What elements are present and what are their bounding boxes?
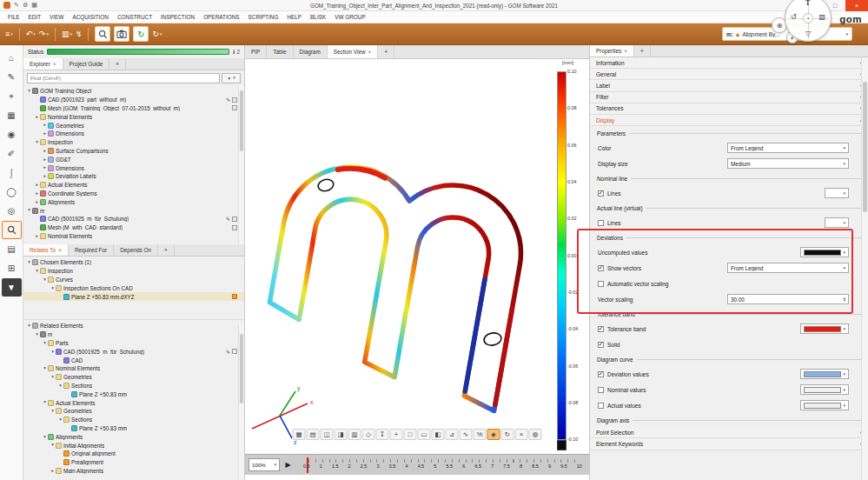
section-tool-button[interactable]: ◨ xyxy=(335,429,348,440)
section-display[interactable]: Display▴ xyxy=(590,115,868,126)
caliper-button[interactable]: ⌡ xyxy=(2,163,22,182)
expander-icon[interactable] xyxy=(50,375,56,379)
section-tolerances[interactable]: Tolerances▾ xyxy=(590,103,868,115)
tab-diagram[interactable]: Diagram xyxy=(294,45,328,58)
menu-blisk[interactable]: BLISK xyxy=(306,14,330,20)
actual-lines-checkbox[interactable] xyxy=(598,220,604,226)
expander-icon[interactable] xyxy=(26,208,32,212)
close-tab-icon[interactable] xyxy=(58,247,62,253)
tree-item[interactable]: Mesh (M_with_CAD_standard) xyxy=(23,223,244,232)
report-button[interactable]: ▥▾ xyxy=(62,30,72,38)
close-tab-icon[interactable] xyxy=(624,48,627,54)
expander-icon[interactable] xyxy=(26,260,32,264)
tree-item[interactable]: m xyxy=(23,206,244,215)
panel-tool-button[interactable]: ▭ xyxy=(418,429,431,440)
expander-icon[interactable] xyxy=(50,409,56,413)
table-rail-button[interactable]: ⊞ xyxy=(2,259,22,277)
expander-icon[interactable] xyxy=(57,383,63,388)
vector-color-combo[interactable]: From Legend▾ xyxy=(727,263,849,273)
search-button[interactable] xyxy=(95,26,110,42)
tolerance-band-color-picker[interactable]: ▾ xyxy=(800,323,849,334)
home-button[interactable]: ⌂ xyxy=(2,49,22,67)
expander-icon[interactable] xyxy=(34,269,40,273)
expander-icon[interactable] xyxy=(34,234,40,238)
percent-tool-button[interactable]: % xyxy=(474,429,487,440)
tree-item[interactable]: Sections xyxy=(23,416,244,424)
tree-scrollbar[interactable] xyxy=(238,85,244,244)
tree-item[interactable]: Main Alignments xyxy=(23,467,244,476)
expander-icon[interactable] xyxy=(26,323,32,328)
tree-item[interactable]: Nominal Elements xyxy=(23,112,244,121)
edit-icon[interactable]: ✎ xyxy=(226,97,230,103)
tree-item[interactable]: Dimensions xyxy=(23,130,244,138)
tolerance-band-checkbox[interactable] xyxy=(598,326,604,332)
tree-item[interactable]: Curves xyxy=(23,276,244,284)
tree-item[interactable]: Related Elements xyxy=(23,322,244,330)
section-label[interactable]: Label▾ xyxy=(590,80,868,91)
scrollbar-thumb[interactable] xyxy=(863,82,867,212)
menu-view[interactable]: VIEW xyxy=(45,14,68,20)
scrollbar-thumb[interactable] xyxy=(240,334,243,403)
expander-icon[interactable] xyxy=(42,165,48,170)
uncomputed-color-picker[interactable]: ▾ xyxy=(800,247,849,257)
tree-item[interactable]: GOM Training Object xyxy=(23,87,244,96)
deviation-values-color-picker[interactable]: ▾ xyxy=(800,369,849,379)
tree-item[interactable]: Geometries xyxy=(23,121,244,130)
nominal-values-color-picker[interactable]: ▾ xyxy=(800,384,849,395)
search-input[interactable] xyxy=(27,73,220,83)
menu-construct[interactable]: CONSTRUCT xyxy=(113,14,156,20)
expander-icon[interactable] xyxy=(42,174,48,178)
recalculate-button[interactable]: ↻ xyxy=(133,26,149,42)
tree-item[interactable]: Geometries xyxy=(23,373,244,382)
menu-scripting[interactable]: SCRIPTING xyxy=(244,14,283,20)
expander-icon[interactable] xyxy=(42,157,48,162)
grid-tool-button[interactable]: ▦ xyxy=(293,429,306,440)
expander-icon[interactable] xyxy=(34,140,40,144)
undo-button[interactable]: ↶▾ xyxy=(26,30,36,38)
circle-tool-button[interactable]: ◍ xyxy=(529,429,542,440)
tree-item[interactable]: Sections xyxy=(23,382,244,390)
actual-values-checkbox[interactable] xyxy=(598,403,604,409)
position-ruler[interactable]: 0.511.522.533.544.555.566.577.588.599.51… xyxy=(296,457,582,473)
triangle-tool-button[interactable]: ⊿ xyxy=(446,429,459,440)
tab-table[interactable]: Table xyxy=(267,45,293,58)
quick-create-button[interactable]: ↯ xyxy=(76,30,83,38)
tree-item[interactable]: CAD (5001925_m_für_Schulung)✎ xyxy=(23,215,244,223)
tree-item[interactable]: Parts xyxy=(23,339,244,348)
actual-line-style-combo[interactable]: ▾ xyxy=(825,217,849,228)
section-general[interactable]: General▾ xyxy=(590,69,868,80)
circle-button[interactable]: ◯ xyxy=(2,183,22,201)
tab-add[interactable]: + xyxy=(109,58,126,70)
camera-button[interactable]: ◉ xyxy=(2,125,22,143)
tree-item[interactable]: Initial Alignments xyxy=(23,441,244,450)
expander-icon[interactable] xyxy=(50,350,56,354)
tab-properties[interactable]: Properties xyxy=(590,45,634,57)
tree-item[interactable]: Plane Z +50.83 mm xyxy=(23,424,244,433)
split-tool-button[interactable]: ◫ xyxy=(321,429,334,440)
expander-icon[interactable] xyxy=(26,89,32,93)
edit-icon[interactable]: ✎ xyxy=(226,349,230,355)
add-tool-button[interactable]: + xyxy=(390,429,403,440)
edit-icon[interactable]: ✎ xyxy=(226,216,230,222)
target-button[interactable]: ◎ xyxy=(2,202,22,220)
expander-icon[interactable] xyxy=(50,469,56,473)
tree-item[interactable]: Inspection xyxy=(23,267,244,276)
expander-icon[interactable] xyxy=(34,191,40,196)
expander-icon[interactable] xyxy=(42,400,48,404)
text-view-icon[interactable]: T xyxy=(805,0,810,7)
tree-item[interactable]: Dimensions xyxy=(23,163,244,172)
tree-item[interactable]: Prealignment xyxy=(23,458,244,467)
center-view-icon[interactable]: ▪ xyxy=(803,13,813,23)
label-tool-button[interactable]: ◇ xyxy=(362,429,375,440)
tab-project-guide[interactable]: Project Guide xyxy=(63,58,110,70)
diamond-tool-button[interactable]: ◈ xyxy=(487,429,500,440)
menu-help[interactable]: HELP xyxy=(282,14,306,20)
notes-button[interactable]: ▤ xyxy=(2,240,22,258)
table-tool-button[interactable]: ▤ xyxy=(307,429,320,440)
tree-item[interactable]: Deviation Labels xyxy=(23,172,244,181)
tree-item[interactable]: Geometries xyxy=(23,407,244,416)
tree-item[interactable]: CAD (5001925_m_für_Schulung)✎ xyxy=(23,347,244,356)
tree-item-selected[interactable]: Plane Z +50.83 mm.dXYZ xyxy=(23,292,244,301)
gear-icon[interactable]: ⚙ xyxy=(23,2,28,9)
tree-item[interactable]: Actual Elements xyxy=(23,181,244,190)
